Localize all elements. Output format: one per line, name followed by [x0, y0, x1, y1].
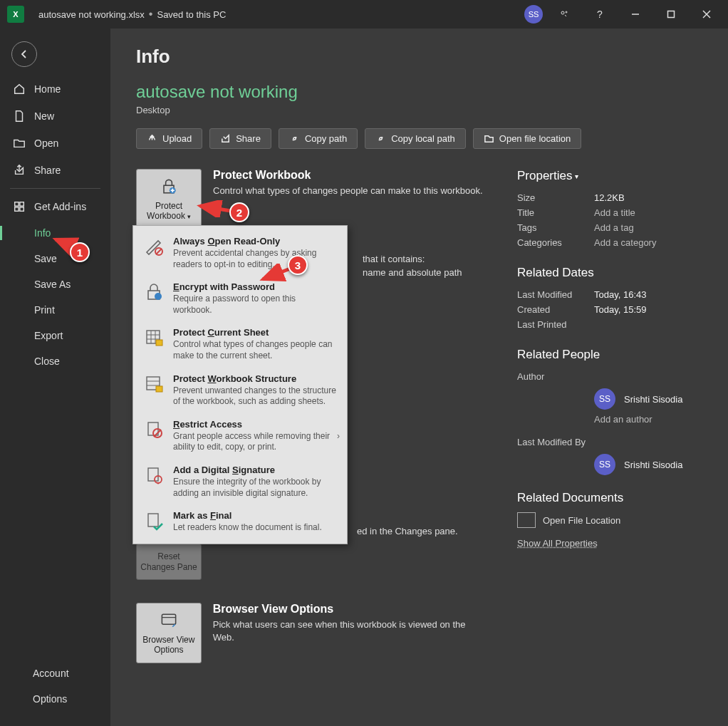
related-people-heading: Related People [517, 348, 702, 362]
menu-protect-structure[interactable]: Protect Workbook StructurePrevent unwant… [133, 368, 347, 413]
properties-heading[interactable]: Properties▾ [517, 169, 702, 183]
title-filename: autosave not working.xlsx [38, 9, 145, 20]
svg-point-0 [561, 11, 564, 14]
browser-view-button[interactable]: Browser View Options [136, 603, 202, 663]
show-all-properties[interactable]: Show All Properties [517, 538, 702, 549]
svg-point-1 [566, 11, 567, 13]
svg-rect-25 [156, 340, 162, 346]
svg-rect-6 [15, 202, 19, 206]
menu-restrict-access[interactable]: Restrict AccessGrant people access while… [133, 413, 347, 459]
encrypt-icon [143, 281, 165, 303]
protect-section: Protect Workbook▾ Protect Workbook Contr… [136, 169, 489, 229]
svg-rect-14 [162, 614, 175, 624]
svg-rect-29 [156, 386, 162, 392]
page-heading: Info [136, 46, 702, 68]
browser-desc: Pick what users can see when this workbo… [213, 618, 489, 644]
nav-saveas[interactable]: Save As [0, 271, 110, 297]
svg-point-19 [155, 293, 162, 300]
svg-rect-9 [20, 207, 24, 211]
nav-open[interactable]: Open [0, 130, 110, 157]
addins-icon [13, 200, 26, 213]
nav-home[interactable]: Home [0, 76, 110, 103]
share-icon [13, 164, 26, 177]
help-icon[interactable]: ? [586, 3, 614, 26]
restrict-icon [143, 419, 165, 440]
nav-share[interactable]: Share [0, 157, 110, 184]
nav-options[interactable]: Options [0, 686, 110, 712]
protect-workbook-button[interactable]: Protect Workbook▾ [136, 169, 202, 229]
maximize-button[interactable] [657, 3, 685, 26]
add-title-field[interactable]: Add a title [594, 207, 635, 218]
related-dates-heading: Related Dates [517, 266, 702, 280]
lock-icon [159, 177, 179, 197]
menu-encrypt[interactable]: Encrypt with PasswordRequire a password … [133, 276, 347, 321]
close-button[interactable] [692, 3, 721, 26]
protect-desc: Control what types of changes people can… [213, 185, 483, 197]
browser-icon [159, 611, 179, 631]
menu-protect-sheet[interactable]: Protect Current SheetControl what types … [133, 321, 347, 367]
add-category-field[interactable]: Add a category [594, 237, 656, 248]
upload-button[interactable]: Upload [136, 128, 202, 149]
menu-mark-final[interactable]: Mark as FinalLet readers know the docume… [133, 504, 347, 539]
doc-location: Desktop [136, 105, 702, 115]
folder-icon [517, 512, 536, 528]
reset-changes-button[interactable]: Reset Changes Pane [136, 544, 202, 580]
nav-account[interactable]: Account [0, 660, 110, 686]
add-author[interactable]: Add an author [594, 414, 702, 425]
copypath-button[interactable]: Copy path [279, 128, 358, 149]
protect-title: Protect Workbook [213, 169, 483, 182]
action-row: Upload Share Copy path Copy local path O… [136, 128, 702, 149]
nav-export[interactable]: Export [0, 323, 110, 348]
sheet-icon [143, 327, 165, 348]
back-button[interactable] [11, 41, 37, 67]
backstage-sidebar: Home New Open Share Get Add-ins Info Sav… [0, 28, 110, 726]
share-button[interactable]: Share [209, 128, 271, 149]
user-avatar[interactable]: SS [524, 5, 543, 24]
nav-close[interactable]: Close [0, 348, 110, 374]
structure-icon [143, 373, 165, 395]
menu-readonly[interactable]: Always Open Read-OnlyPrevent accidental … [133, 230, 347, 276]
final-icon [143, 510, 165, 531]
author-person[interactable]: SSSrishti Sisodia [594, 388, 702, 410]
open-icon [13, 137, 26, 150]
nav-save[interactable]: Save [0, 246, 110, 271]
doc-title: autosave not working [136, 82, 702, 102]
coming-soon-icon[interactable] [550, 3, 578, 26]
titlebar: X autosave not working.xlsx • Saved to t… [0, 0, 728, 28]
svg-rect-35 [148, 514, 158, 527]
readonly-icon [143, 236, 165, 257]
browser-title: Browser View Options [213, 603, 489, 616]
home-icon [13, 83, 26, 95]
svg-line-17 [156, 249, 162, 254]
properties-panel: Properties▾ Size12.2KB TitleAdd a title … [517, 169, 702, 686]
signature-icon [143, 465, 165, 486]
add-tag-field[interactable]: Add a tag [594, 222, 634, 233]
nav-addins[interactable]: Get Add-ins [0, 193, 110, 220]
related-docs-heading: Related Documents [517, 491, 702, 505]
new-icon [13, 110, 26, 123]
title-separator: • [149, 8, 153, 21]
svg-rect-33 [148, 468, 158, 481]
browser-view-section: Browser View Options Browser View Option… [136, 603, 489, 663]
excel-icon: X [7, 6, 24, 23]
protect-workbook-menu: Always Open Read-OnlyPrevent accidental … [132, 225, 348, 544]
modby-person[interactable]: SSSrishti Sisodia [594, 454, 702, 475]
menu-signature[interactable]: Add a Digital SignatureEnsure the integr… [133, 459, 347, 504]
nav-info[interactable]: Info [0, 220, 110, 246]
nav-new[interactable]: New [0, 103, 110, 130]
svg-rect-7 [20, 202, 24, 206]
nav-print[interactable]: Print [0, 297, 110, 323]
title-savestate: Saved to this PC [157, 9, 226, 20]
chevron-right-icon: › [337, 431, 340, 441]
open-file-location[interactable]: Open File Location [517, 512, 702, 528]
svg-rect-3 [668, 11, 675, 18]
minimize-button[interactable] [621, 3, 650, 26]
openloc-button[interactable]: Open file location [473, 128, 581, 149]
copylocal-button[interactable]: Copy local path [365, 128, 466, 149]
svg-rect-8 [15, 207, 19, 211]
reset-changes-section: Reset Changes Pane [136, 544, 489, 580]
